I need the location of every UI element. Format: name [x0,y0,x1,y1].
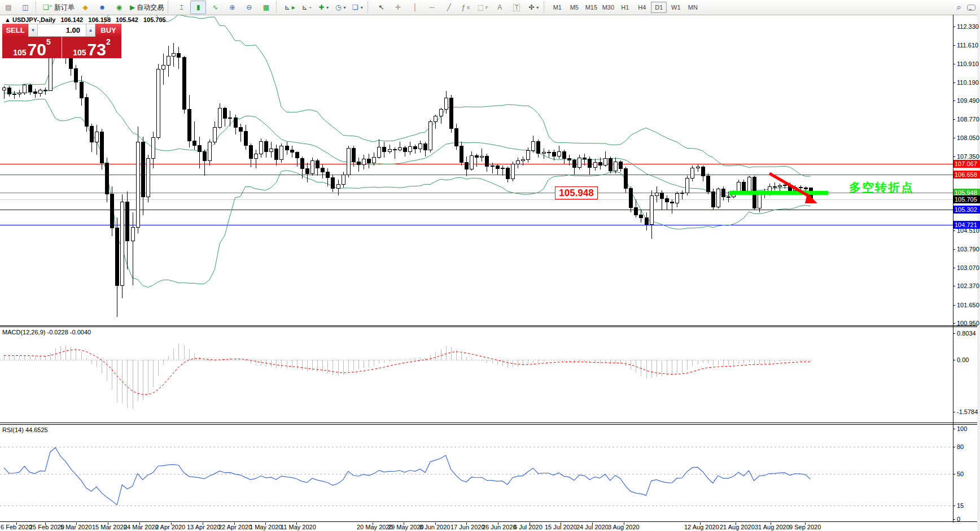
price-annotation-box[interactable]: 105.948 [555,186,598,199]
grid-icon[interactable]: ⬚F [475,1,491,14]
macd-tick-label: 0.00 [957,356,969,363]
timeframe-m15[interactable]: M15 [583,2,599,13]
time-tick [404,523,404,525]
lime-trend-segment[interactable] [729,191,828,195]
chat-icon[interactable] [967,5,975,11]
sell-price[interactable]: 105 70 5 [2,37,62,58]
arrows-tool-icon[interactable]: ✣▾ [526,1,541,14]
bar-chart-icon[interactable]: ⌶ [173,1,189,14]
cursor-icon[interactable]: ↖ [373,1,389,14]
ohlc-open: 106.142 [60,16,83,23]
one-click-trading-panel: SELL ▼ ▲ BUY 105 70 5 105 73 2 [2,24,121,58]
messenger-icon[interactable]: ☻ [94,1,110,14]
text-tool-icon[interactable]: A [492,1,508,14]
vertical-line-icon[interactable]: │ [407,1,423,14]
time-tick [234,523,235,525]
indicator-windows-icon[interactable]: ⊾+ [299,1,314,14]
timeframe-w1[interactable]: W1 [668,2,684,13]
buy-button[interactable]: BUY [95,24,121,37]
zoom-out-icon[interactable]: ⊖ [241,1,257,14]
timeframe-m30[interactable]: M30 [600,2,616,13]
timeframe-h4[interactable]: H4 [634,2,650,13]
tile-windows-icon[interactable]: ▦ [258,1,274,14]
price-level-label: 106.658 [953,171,980,179]
turning-point-annotation[interactable]: 多空转折点 [849,180,914,195]
autotrading-label: 自动交易 [137,3,164,12]
buy-price[interactable]: 105 73 2 [62,37,121,58]
horizontal-line-icon[interactable]: ─ [424,1,440,14]
add-indicator-icon[interactable]: ✚▾ [316,1,331,14]
price-tick-label: 100.950 [957,320,979,327]
rsi-tick [953,429,955,429]
metaeditor-icon[interactable]: ◆ [77,1,93,14]
price-tick-label: 102.370 [957,282,979,289]
price-tick-label: 101.650 [957,302,979,308]
templates-icon[interactable]: ❏▾ [349,1,365,14]
price-tick-label: 108.050 [957,134,979,141]
volume-input[interactable] [38,24,86,37]
ohlc-high: 106.158 [88,16,111,23]
volume-decrease-button[interactable]: ▼ [28,24,38,37]
rsi-pane[interactable] [0,425,953,521]
signals-icon[interactable]: ◉ [111,1,127,14]
profiles-icon[interactable]: ◫ [18,1,33,14]
pane-divider [0,521,980,522]
periods-icon[interactable]: ◷▾ [333,1,348,14]
price-level-label: 105.705 [953,195,980,203]
time-tick [203,523,203,525]
toolbar-separator [36,2,39,13]
main-chart[interactable] [0,15,953,325]
fibonacci-icon[interactable]: ƒE [458,1,474,14]
autotrading-button[interactable]: ▶ 自动交易 [128,1,165,14]
time-tick [624,523,624,525]
price-tick-label: 108.770 [957,116,979,123]
line-chart-icon[interactable]: ∿ [207,1,223,14]
rsi-tick-label: 50 [957,471,964,477]
new-chart-icon[interactable]: ▤ [1,1,16,14]
text-label-icon[interactable]: T [509,1,524,14]
timeframe-m1[interactable]: M1 [549,2,565,13]
time-tick [771,523,771,525]
zoom-in-icon[interactable]: ⊕ [224,1,240,14]
new-order-button[interactable]: ❏⁺ 新订单 [41,1,76,14]
price-tick-label: 110.910 [957,60,979,67]
time-tick [296,523,297,525]
trendline-icon[interactable]: ╱ [441,1,457,14]
timeframe-m5[interactable]: M5 [566,2,582,13]
toolbar-separator [168,2,171,13]
buy-price-base: 105 [73,49,86,56]
crosshair-icon[interactable]: ✛ [390,1,406,14]
volume-increase-button[interactable]: ▲ [86,24,95,37]
candlestick-chart-icon[interactable]: ▮ [190,1,206,14]
price-tick [953,268,955,268]
timeframe-mn[interactable]: MN [685,2,701,13]
pane-divider[interactable] [0,423,980,423]
mt4-window: ▤ ◫ ❏⁺ 新订单 ◆ ☻ ◉ ▶ 自动交易 ⌶ ▮ ∿ ⊕ ⊖ ▦ ⊾▶ ⊾… [0,0,980,531]
price-tick [953,45,955,46]
time-tick [700,523,701,525]
price-tick [953,82,955,83]
collapse-marker-icon[interactable]: ▲ [5,16,11,23]
price-tick [953,230,955,231]
price-tick-label: 107.350 [957,153,979,160]
timeframe-h1[interactable]: H1 [617,2,633,13]
time-label: 21 Aug 2020 [720,524,755,530]
timeframe-d1[interactable]: D1 [651,2,667,13]
toolbar-separator [276,2,279,13]
price-tick [953,323,955,324]
new-order-icon: ❏⁺ [43,3,53,11]
pane-divider[interactable] [0,325,980,326]
rsi-tick-label: 80 [957,443,964,450]
time-label: 6 Jul 2020 [514,524,542,530]
price-tick [953,249,955,250]
indicators-icon[interactable]: ⊾▶ [282,1,298,14]
macd-pane[interactable] [0,327,953,423]
macd-tick-label: 0.8034 [957,330,976,337]
sell-button[interactable]: SELL [2,24,28,37]
candles[interactable] [3,29,813,317]
rsi-tick [953,447,955,447]
toolbar-separator [368,2,371,13]
time-label: 11 May 2020 [281,524,316,530]
new-order-label: 新订单 [54,3,75,12]
search-icon[interactable]: ⌕ [957,2,961,12]
